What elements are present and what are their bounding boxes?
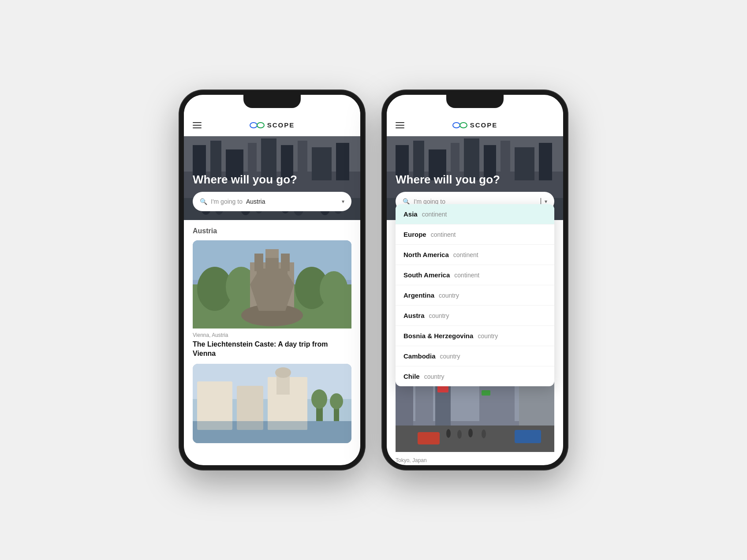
dropdown-item-name-4: Argentina (403, 291, 434, 299)
hero-content-left: Where will you go? 🔍 I'm going to Austri… (193, 173, 351, 211)
castle-svg (193, 240, 351, 329)
header-right: SCOPE (387, 114, 563, 136)
glass-right-icon (257, 122, 265, 128)
dropdown-item-8[interactable]: Chilecountry (396, 366, 554, 386)
header-left: SCOPE (184, 114, 360, 136)
dropdown-item-type-3: continent (454, 272, 479, 279)
logo-text-right: SCOPE (470, 121, 498, 129)
card-meta-right-1: Tokyo, Japan (396, 457, 554, 463)
search-icon-left: 🔍 (200, 198, 207, 205)
dropdown-item-name-2: North America (403, 251, 449, 258)
svg-rect-51 (193, 421, 351, 443)
svg-point-88 (468, 429, 473, 437)
svg-rect-35 (261, 276, 266, 283)
svg-point-86 (446, 429, 451, 438)
dropdown-container[interactable]: AsiacontinentEuropecontinentNorth Americ… (396, 204, 554, 386)
dropdown-item-type-6: country (478, 332, 498, 340)
card-meta-left-1: Vienna, Austria (193, 332, 351, 338)
dropdown-item-name-3: South America (403, 271, 450, 279)
hero-left: Where will you go? 🔍 I'm going to Austri… (184, 136, 360, 220)
dropdown-item-type-1: continent (431, 231, 456, 238)
hamburger-menu-left[interactable] (193, 122, 202, 128)
search-label-left: I'm going to (211, 198, 243, 205)
dropdown-item-type-5: country (429, 312, 449, 319)
svg-point-30 (320, 271, 348, 308)
dropdown-item-1[interactable]: Europecontinent (396, 224, 554, 245)
logo-right: SCOPE (452, 121, 498, 129)
notch-right (446, 95, 504, 108)
svg-point-89 (482, 429, 486, 438)
dropdown-item-7[interactable]: Cambodiacountry (396, 346, 554, 366)
hero-title-left: Where will you go? (193, 173, 351, 187)
card-title-left-1: The Liechtenstein Caste: A day trip from… (193, 340, 351, 358)
dropdown-item-name-1: Europe (403, 231, 426, 238)
dropdown-item-3[interactable]: South Americacontinent (396, 265, 554, 285)
card-left-2[interactable] (193, 364, 351, 443)
svg-point-50 (330, 393, 343, 409)
screen-right: SCOPE (387, 95, 563, 465)
city-image (193, 364, 351, 443)
content-left: Austria (184, 220, 360, 465)
dropdown-item-0[interactable]: Asiacontinent (396, 204, 554, 224)
phone-shell-left: SCOPE (179, 90, 365, 470)
logo-left: SCOPE (250, 121, 295, 129)
dropdown-item-name-8: Chile (403, 373, 420, 380)
svg-rect-37 (268, 289, 276, 302)
dropdown-item-name-0: Asia (403, 210, 418, 218)
dropdown-item-type-0: continent (422, 211, 447, 218)
search-bar-left[interactable]: 🔍 I'm going to Austria ▾ (193, 192, 351, 211)
svg-rect-34 (265, 249, 279, 269)
svg-point-48 (311, 389, 327, 409)
dropdown-item-6[interactable]: Bosnia & Herzegovinacountry (396, 326, 554, 346)
svg-point-46 (275, 367, 291, 378)
logo-glasses-right (452, 122, 467, 128)
svg-point-38 (241, 304, 303, 326)
dropdown-item-4[interactable]: Argentinacountry (396, 285, 554, 306)
dropdown-item-name-6: Bosnia & Herzegovina (403, 332, 473, 340)
notch-left (243, 95, 301, 108)
dropdown-item-type-7: country (440, 353, 460, 360)
phone-left: SCOPE (179, 90, 365, 470)
svg-rect-33 (281, 254, 290, 271)
city-svg (193, 364, 351, 443)
dropdown-item-type-4: country (439, 292, 459, 299)
phone-right: SCOPE (382, 90, 568, 470)
svg-rect-32 (254, 254, 263, 271)
svg-rect-85 (418, 432, 440, 444)
hamburger-menu-right[interactable] (396, 122, 404, 128)
chevron-down-icon-right[interactable]: ▾ (545, 198, 547, 205)
section-title-left: Austria (193, 227, 351, 235)
svg-rect-82 (437, 386, 448, 392)
svg-rect-36 (278, 276, 283, 283)
svg-rect-84 (515, 430, 541, 443)
logo-glasses-left (250, 122, 265, 128)
search-value-left[interactable]: Austria (246, 198, 338, 205)
chevron-down-icon-left[interactable]: ▾ (342, 198, 344, 205)
logo-text-left: SCOPE (267, 121, 295, 129)
screen-left: SCOPE (184, 95, 360, 465)
dropdown-item-name-7: Cambodia (403, 352, 436, 360)
castle-image (193, 240, 351, 329)
hero-title-right: Where will you go? (396, 173, 554, 187)
svg-rect-83 (482, 390, 490, 396)
dropdown-item-5[interactable]: Austracountry (396, 306, 554, 326)
dropdown-item-type-2: continent (453, 251, 478, 258)
dropdown-item-name-5: Austra (403, 312, 425, 319)
phone-shell-right: SCOPE (382, 90, 568, 470)
glass-right-icon-right (459, 122, 467, 128)
card-left-1[interactable]: Vienna, Austria The Liechtenstein Caste:… (193, 240, 351, 358)
dropdown-item-type-8: country (424, 373, 444, 380)
dropdown-item-2[interactable]: North Americacontinent (396, 245, 554, 265)
svg-point-87 (457, 430, 462, 439)
